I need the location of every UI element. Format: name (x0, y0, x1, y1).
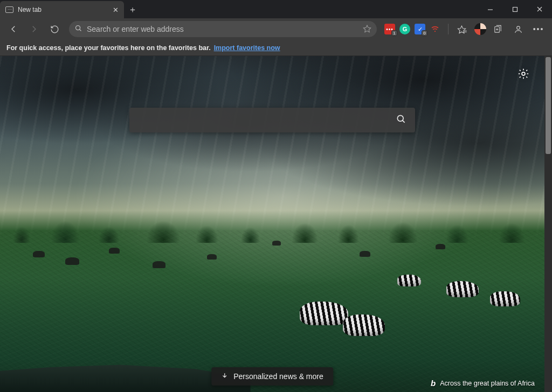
grammarly-extension[interactable]: G (399, 24, 410, 34)
extension-badge: 0 (422, 30, 427, 36)
background-animal (65, 257, 79, 265)
background-animal (109, 248, 120, 254)
address-bar[interactable]: Search or enter web address (69, 21, 377, 37)
toolbar: Search or enter web address ••• 1 G ✓ 0 … (0, 18, 552, 40)
guest-button[interactable] (509, 20, 527, 38)
new-tab-page: Personalized news & more b Across the gr… (0, 56, 544, 392)
favorites-info-bar: For quick access, place your favorites h… (0, 40, 552, 56)
titlebar: ⋯ New tab ✕ ＋ (0, 0, 552, 18)
background-animal (33, 251, 45, 257)
bing-logo-icon: b (431, 379, 436, 388)
image-credit[interactable]: b Across the great plains of Africa (431, 379, 535, 388)
background-animal (153, 261, 165, 268)
background-animal (436, 244, 445, 249)
svg-point-4 (76, 26, 80, 30)
lastpass-extension[interactable]: ••• 1 (384, 24, 395, 34)
content-area: Personalized news & more b Across the gr… (0, 56, 552, 392)
address-placeholder: Search or enter web address (87, 25, 358, 33)
import-favorites-link[interactable]: Import favorites now (214, 44, 280, 52)
background-clouds (0, 56, 544, 392)
svg-line-15 (403, 121, 405, 123)
background-animal (360, 251, 370, 257)
close-window-button[interactable] (527, 0, 552, 18)
extension-badge: 1 (391, 30, 397, 36)
minimize-button[interactable] (478, 0, 502, 18)
tab-title: New tab (18, 6, 108, 13)
search-icon (74, 24, 82, 34)
background-zebra (397, 275, 421, 286)
browser-tab[interactable]: ⋯ New tab ✕ (0, 1, 124, 18)
background-zebra (300, 302, 348, 325)
svg-point-14 (397, 115, 403, 121)
refresh-button[interactable] (45, 20, 64, 38)
settings-more-button[interactable]: ••• (529, 20, 548, 38)
vpn-extension[interactable] (430, 24, 440, 34)
svg-point-7 (434, 31, 436, 32)
background-sunrays (0, 56, 544, 392)
more-icon: ••• (533, 25, 544, 33)
background-zebra (446, 281, 479, 297)
svg-point-13 (522, 72, 525, 75)
maximize-button[interactable] (502, 0, 527, 18)
svg-rect-1 (513, 7, 517, 11)
page-settings-button[interactable] (518, 68, 529, 82)
infobar-text: For quick access, place your favorites h… (6, 44, 211, 52)
scrollbar-thumb[interactable] (546, 57, 551, 154)
collections-button[interactable] (488, 20, 507, 38)
ntp-search-box[interactable] (129, 108, 415, 132)
svg-line-5 (80, 30, 81, 31)
favorite-star-icon[interactable] (363, 24, 371, 34)
window-controls (478, 0, 552, 18)
todo-extension[interactable]: ✓ 0 (415, 24, 425, 34)
svg-point-12 (516, 26, 520, 29)
personalized-news-button[interactable]: Personalized news & more (211, 367, 333, 386)
forward-button[interactable] (25, 20, 43, 38)
vertical-scrollbar[interactable] (544, 56, 552, 392)
tab-favicon: ⋯ (5, 6, 13, 13)
extensions-area: ••• 1 G ✓ 0 (382, 24, 443, 34)
news-button-label: Personalized news & more (233, 372, 323, 381)
svg-marker-6 (363, 25, 370, 32)
search-icon (396, 114, 406, 127)
background-treeline (0, 211, 544, 243)
profile-avatar[interactable] (474, 23, 486, 35)
favorites-menu-button[interactable]: ≡ (454, 20, 472, 38)
arrow-down-icon (221, 372, 228, 381)
background-zebra (490, 291, 520, 306)
back-button[interactable] (4, 20, 23, 38)
background-zebra (343, 314, 385, 336)
background-animal (207, 254, 217, 260)
new-tab-button[interactable]: ＋ (124, 1, 141, 18)
background-animal (272, 241, 281, 246)
image-credit-text: Across the great plains of Africa (440, 380, 535, 387)
close-tab-icon[interactable]: ✕ (113, 6, 119, 14)
